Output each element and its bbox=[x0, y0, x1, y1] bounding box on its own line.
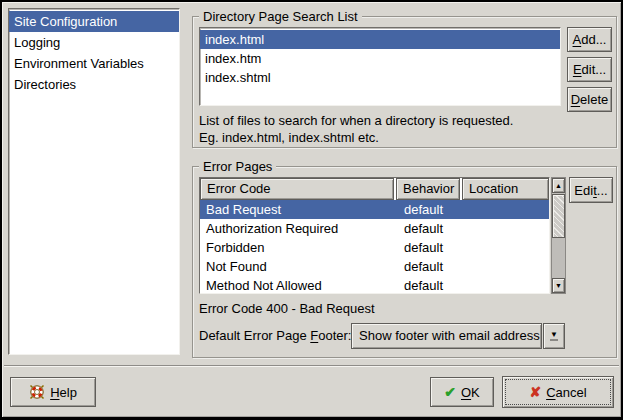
column-header-error-code[interactable]: Error Code bbox=[200, 178, 394, 200]
scrollbar-thumb[interactable] bbox=[552, 194, 565, 238]
scroll-down-button[interactable]: ▼ bbox=[552, 278, 565, 293]
help-lifebuoy-icon bbox=[29, 384, 45, 400]
directory-list-description-line1: List of files to search for when a direc… bbox=[199, 112, 513, 129]
ok-button-label: OK bbox=[461, 385, 480, 400]
error-pages-table: Error Code Behavior Location Bad Request… bbox=[199, 177, 550, 294]
cell-location bbox=[464, 200, 549, 219]
group-title: Directory Page Search List bbox=[199, 9, 362, 24]
directory-page-list[interactable]: index.html index.htm index.shtml bbox=[199, 27, 561, 106]
add-button[interactable]: Add... bbox=[567, 27, 612, 52]
default-error-page-footer-select[interactable]: Show footer with email address ▼ bbox=[351, 323, 565, 349]
table-row-bad-request[interactable]: Bad Request default bbox=[200, 200, 549, 219]
sidebar-item-label: Site Configuration bbox=[14, 14, 117, 29]
combo-arrow-bar bbox=[550, 339, 558, 341]
cell-error-code: Authorization Required bbox=[200, 219, 398, 238]
list-item-index-shtml[interactable]: index.shtml bbox=[200, 68, 560, 87]
delete-button[interactable]: Delete bbox=[567, 87, 612, 112]
table-row-forbidden[interactable]: Forbidden default bbox=[200, 238, 549, 257]
column-header-behavior[interactable]: Behavior bbox=[396, 178, 460, 200]
default-error-page-footer-label: Default Error Page Footer: bbox=[199, 323, 351, 349]
error-table-scrollbar[interactable]: ▲ ▼ bbox=[551, 177, 566, 294]
add-button-label: Add... bbox=[573, 32, 607, 47]
chevron-down-icon: ▼ bbox=[550, 331, 558, 338]
edit-button-label: Edit... bbox=[573, 62, 606, 77]
combo-dropdown-button[interactable]: ▼ bbox=[543, 323, 565, 349]
error-table-header: Error Code Behavior Location bbox=[200, 178, 549, 200]
scroll-up-button[interactable]: ▲ bbox=[552, 178, 565, 193]
cell-behavior: default bbox=[398, 200, 464, 219]
sidebar-item-label: Logging bbox=[14, 35, 60, 50]
error-code-status-text: Error Code 400 - Bad Request bbox=[199, 300, 375, 317]
group-title: Error Pages bbox=[199, 159, 276, 174]
directory-list-description-line2: Eg. index.html, index.shtml etc. bbox=[199, 129, 379, 146]
button-area-separator bbox=[4, 365, 619, 367]
cell-behavior: default bbox=[398, 276, 464, 295]
list-item-index-html[interactable]: index.html bbox=[200, 30, 560, 49]
cell-error-code: Forbidden bbox=[200, 238, 398, 257]
sidebar-item-environment-variables[interactable]: Environment Variables bbox=[9, 53, 179, 74]
sidebar-item-directories[interactable]: Directories bbox=[9, 74, 179, 95]
help-button-label: Help bbox=[50, 385, 77, 400]
cancel-button-label: Cancel bbox=[546, 385, 586, 400]
sidebar-item-site-configuration[interactable]: Site Configuration bbox=[9, 11, 179, 32]
table-row-authorization-required[interactable]: Authorization Required default bbox=[200, 219, 549, 238]
edit-error-page-button-label: Edit... bbox=[574, 183, 607, 198]
scroll-up-icon: ▲ bbox=[555, 182, 562, 189]
edit-error-page-button[interactable]: Edit... bbox=[569, 177, 613, 203]
ok-check-icon: ✔ bbox=[444, 384, 456, 400]
sidebar-item-logging[interactable]: Logging bbox=[9, 32, 179, 53]
cell-location bbox=[464, 257, 549, 276]
cell-error-code: Not Found bbox=[200, 257, 398, 276]
combo-selected-value: Show footer with email address bbox=[351, 323, 542, 349]
table-row-not-found[interactable]: Not Found default bbox=[200, 257, 549, 276]
cell-behavior: default bbox=[398, 219, 464, 238]
edit-button[interactable]: Edit... bbox=[567, 57, 612, 82]
dialog-body: Site Configuration Logging Environment V… bbox=[2, 2, 621, 417]
error-pages-group: Error Pages Error Code Behavior Location… bbox=[192, 166, 617, 358]
cell-location bbox=[464, 276, 549, 295]
file-name: index.htm bbox=[205, 51, 261, 66]
cell-behavior: default bbox=[398, 238, 464, 257]
file-name: index.shtml bbox=[205, 70, 271, 85]
delete-button-label: Delete bbox=[571, 92, 609, 107]
apache-site-configuration-dialog: Site Configuration Logging Environment V… bbox=[0, 0, 623, 420]
cancel-button[interactable]: ✘ Cancel bbox=[502, 376, 614, 408]
cell-location bbox=[464, 238, 549, 257]
list-item-index-htm[interactable]: index.htm bbox=[200, 49, 560, 68]
ok-button[interactable]: ✔ OK bbox=[430, 377, 494, 407]
help-button[interactable]: Help bbox=[10, 377, 96, 407]
sidebar-item-label: Environment Variables bbox=[14, 56, 144, 71]
sidebar-item-label: Directories bbox=[14, 77, 76, 92]
column-header-location[interactable]: Location bbox=[462, 178, 549, 200]
cancel-x-icon: ✘ bbox=[529, 384, 541, 400]
cell-behavior: default bbox=[398, 257, 464, 276]
file-name: index.html bbox=[205, 32, 264, 47]
cell-location bbox=[464, 219, 549, 238]
category-list[interactable]: Site Configuration Logging Environment V… bbox=[8, 8, 180, 355]
table-row-method-not-allowed[interactable]: Method Not Allowed default bbox=[200, 276, 549, 295]
cell-error-code: Bad Request bbox=[200, 200, 398, 219]
cancel-focus-ring: ✘ Cancel bbox=[505, 379, 611, 405]
scroll-down-icon: ▼ bbox=[555, 282, 562, 289]
directory-page-search-list-group: Directory Page Search List index.html in… bbox=[192, 16, 617, 148]
cell-error-code: Method Not Allowed bbox=[200, 276, 398, 295]
